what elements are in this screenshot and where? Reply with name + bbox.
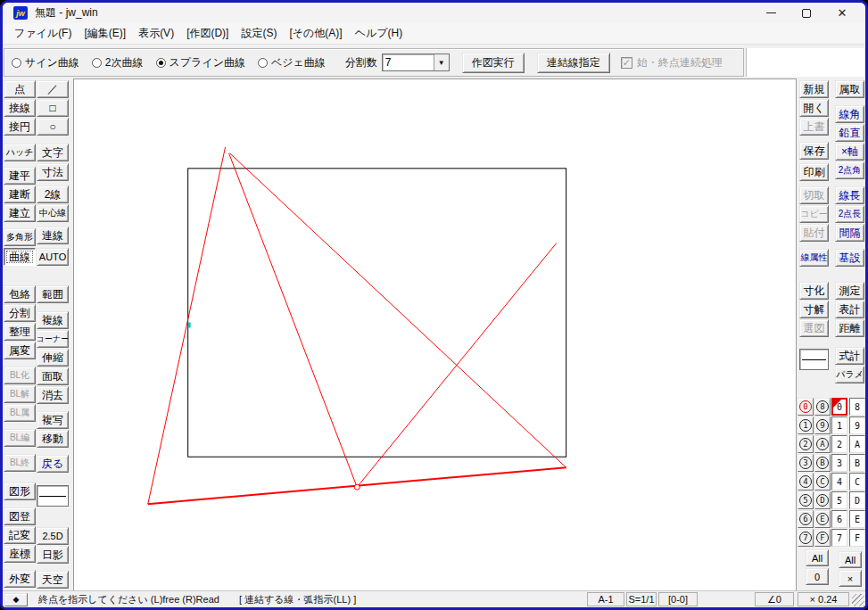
- status-cell-1[interactable]: S=1/1: [626, 592, 657, 606]
- tool-button-2x[interactable]: 2点長: [835, 205, 864, 223]
- tool-button-x[interactable]: 属取: [835, 80, 864, 98]
- group-all-button[interactable]: All: [806, 549, 829, 566]
- layer-0[interactable]: 0: [831, 398, 847, 416]
- layer-3[interactable]: 3: [831, 454, 847, 472]
- tool-button-x[interactable]: 伸縮: [37, 349, 69, 367]
- layer-group-4[interactable]: 4: [798, 473, 814, 490]
- minimize-button[interactable]: [753, 4, 789, 22]
- tool-button-2x[interactable]: 2点角: [835, 161, 864, 179]
- layer-7[interactable]: 7: [831, 529, 847, 547]
- tool-button-x[interactable]: 間隔: [835, 224, 864, 242]
- line-style-preview[interactable]: [37, 485, 69, 507]
- layer-5[interactable]: 5: [831, 491, 847, 509]
- layer-9[interactable]: 9: [849, 416, 865, 434]
- tool-button-x[interactable]: 点: [4, 80, 36, 98]
- divide-count-combo[interactable]: 7 ▼: [382, 54, 450, 71]
- tool-button-x[interactable]: ×軸: [835, 143, 864, 161]
- tool-button-x[interactable]: 中心線: [37, 204, 69, 222]
- tool-button-x[interactable]: 分割: [4, 304, 36, 322]
- tool-button-x[interactable]: 日影: [37, 546, 69, 564]
- layer-group-5[interactable]: 5: [798, 491, 814, 509]
- tool-button-x[interactable]: 接円: [4, 118, 36, 136]
- tool-button-x[interactable]: 式計: [835, 347, 864, 365]
- tool-button-x[interactable]: 複線: [37, 311, 69, 329]
- layer-C[interactable]: C: [849, 473, 865, 490]
- combo-dropdown-icon[interactable]: ▼: [434, 54, 449, 70]
- tool-button-x[interactable]: 寸解: [799, 301, 829, 318]
- tool-button-x[interactable]: 基設: [835, 249, 864, 267]
- tool-button-x[interactable]: 文字: [37, 144, 69, 161]
- tool-button-x[interactable]: 戻る: [37, 455, 69, 473]
- tool-button-x[interactable]: ○: [37, 118, 69, 136]
- tool-button-x[interactable]: 接線: [4, 99, 36, 117]
- radio-curve-3[interactable]: ベジェ曲線: [258, 55, 326, 70]
- tool-button-x[interactable]: 属変: [4, 342, 36, 359]
- layer-group-C[interactable]: C: [814, 473, 831, 490]
- tool-button-x[interactable]: 新規: [799, 80, 829, 98]
- menu-item-2[interactable]: 表示(V): [132, 23, 180, 44]
- layer-group-B[interactable]: B: [814, 454, 831, 472]
- layer-8[interactable]: 8: [849, 398, 865, 416]
- drawing-canvas[interactable]: [73, 78, 797, 590]
- tool-button-x[interactable]: 寸法: [37, 163, 69, 181]
- layer-A[interactable]: A: [849, 435, 865, 453]
- tool-button-x[interactable]: 線属性: [799, 249, 829, 267]
- tool-button-x[interactable]: 面取: [37, 367, 69, 385]
- tool-button-x[interactable]: パラメ: [835, 366, 864, 383]
- layer-E[interactable]: E: [849, 510, 865, 528]
- tool-button-x[interactable]: 整理: [4, 323, 36, 341]
- tool-button-x[interactable]: 消去: [37, 386, 69, 404]
- menu-item-1[interactable]: [編集(E)]: [78, 23, 132, 44]
- tool-button-x[interactable]: 表計: [835, 301, 864, 318]
- tool-button-x[interactable]: ハッチ: [4, 144, 36, 161]
- tool-button-x[interactable]: ／: [37, 80, 69, 98]
- radio-curve-1[interactable]: 2次曲線: [92, 55, 144, 70]
- radio-curve-0[interactable]: サイン曲線: [12, 55, 79, 70]
- tool-button-x[interactable]: 座標: [4, 545, 36, 563]
- layer-2[interactable]: 2: [831, 435, 847, 453]
- continuous-checkbox[interactable]: ✓ 始・終点連続処理: [621, 55, 723, 70]
- tool-button-x[interactable]: □: [37, 99, 69, 117]
- layer-group-7[interactable]: 7: [798, 529, 814, 547]
- layer-6[interactable]: 6: [831, 510, 847, 528]
- group-current-button[interactable]: 0: [806, 568, 829, 585]
- tool-button-x[interactable]: 移動: [37, 430, 69, 448]
- menu-item-0[interactable]: ファイル(F): [8, 23, 78, 44]
- tool-button-x[interactable]: 曲線: [4, 248, 36, 266]
- tool-button-x[interactable]: 建断: [4, 185, 36, 203]
- status-cell-0[interactable]: A-1: [587, 592, 624, 606]
- layer-group-2[interactable]: 2: [798, 435, 814, 453]
- tool-button-x[interactable]: 距離: [835, 319, 864, 337]
- layer-group-D[interactable]: D: [814, 491, 831, 509]
- layer-group-8[interactable]: 8: [814, 398, 831, 416]
- tool-button-x[interactable]: コーナー: [37, 330, 69, 348]
- layer-group-E[interactable]: E: [814, 510, 831, 528]
- resize-grip[interactable]: [852, 594, 864, 606]
- tool-button-x[interactable]: 開く: [799, 99, 829, 117]
- layer-protect-button[interactable]: ×: [839, 570, 862, 587]
- layer-group-F[interactable]: F: [814, 529, 831, 547]
- tool-button-x[interactable]: 図登: [4, 507, 36, 525]
- tool-button-2x5d[interactable]: 2.5D: [37, 527, 69, 545]
- layer-group-0[interactable]: 0: [798, 398, 814, 416]
- layer-1[interactable]: 1: [831, 416, 847, 434]
- layer-4[interactable]: 4: [831, 473, 847, 490]
- tool-button-x[interactable]: 建立: [4, 204, 36, 222]
- tool-button-x[interactable]: 印刷: [799, 163, 829, 181]
- layer-group-1[interactable]: 1: [798, 416, 814, 434]
- tool-button-x[interactable]: 複写: [37, 411, 69, 429]
- menu-item-3[interactable]: [作図(D)]: [180, 23, 235, 44]
- menu-item-4[interactable]: 設定(S): [235, 23, 283, 44]
- tool-button-x[interactable]: 線長: [835, 186, 864, 204]
- status-diamond-button[interactable]: ◆: [4, 593, 28, 606]
- layer-group-A[interactable]: A: [814, 435, 831, 453]
- line-style-preview[interactable]: [799, 349, 829, 370]
- tool-button-x[interactable]: 寸化: [799, 282, 829, 300]
- layer-group-6[interactable]: 6: [798, 510, 814, 528]
- tool-button-x[interactable]: 線角: [835, 105, 864, 123]
- tool-button-x[interactable]: 範囲: [37, 285, 69, 303]
- layer-D[interactable]: D: [849, 491, 865, 509]
- menu-item-6[interactable]: ヘルプ(H): [349, 23, 409, 44]
- tool-button-x[interactable]: 記変: [4, 526, 36, 544]
- tool-button-x[interactable]: 連線: [37, 227, 69, 244]
